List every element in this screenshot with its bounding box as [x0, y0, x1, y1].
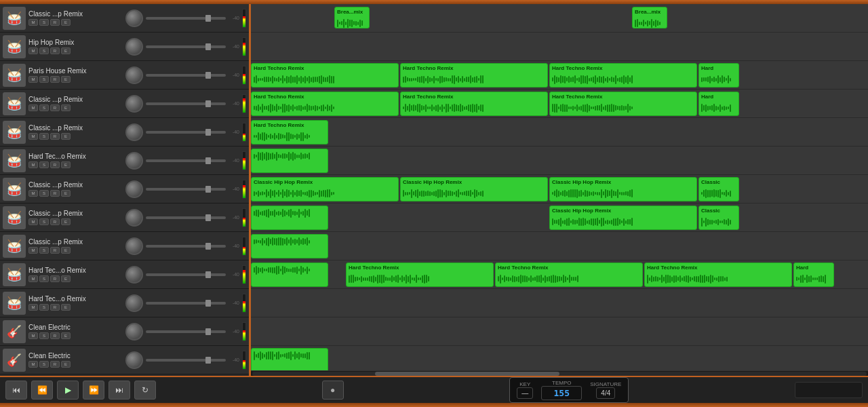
track-mute-9[interactable]: M — [28, 247, 38, 254]
clip-4-4[interactable]: Hard — [698, 92, 739, 116]
track-fader-5[interactable] — [146, 131, 226, 134]
track-pan-2[interactable] — [125, 38, 143, 56]
clip-3-2[interactable]: Hard Techno Remix — [400, 63, 548, 88]
track-fx-7[interactable]: E — [61, 190, 71, 197]
clip-4-2[interactable]: Hard Techno Remix — [400, 92, 548, 116]
track-pan-9[interactable] — [125, 237, 143, 255]
track-pan-6[interactable] — [125, 152, 143, 170]
record-button[interactable]: ● — [322, 381, 344, 400]
skip-button[interactable]: ⏭ — [108, 381, 130, 400]
clip-7-4[interactable]: Classic — [698, 177, 739, 201]
track-solo-4[interactable]: S — [39, 104, 49, 111]
track-solo-10[interactable]: S — [39, 275, 49, 282]
track-solo-6[interactable]: S — [39, 161, 49, 168]
track-fader-13[interactable] — [146, 359, 226, 362]
clip-3-1[interactable]: Hard Techno Remix — [251, 63, 399, 88]
track-pan-4[interactable] — [125, 95, 143, 113]
track-pan-12[interactable] — [125, 323, 143, 341]
track-mute-3[interactable]: M — [28, 76, 38, 83]
track-rec-8[interactable]: R — [50, 218, 60, 225]
track-fader-1[interactable] — [146, 17, 226, 20]
track-fader-4[interactable] — [146, 102, 226, 105]
rewind-button[interactable]: ⏮ — [5, 381, 27, 400]
clip-10-5[interactable]: Hard — [793, 263, 834, 287]
clip-8-2[interactable]: Classic Hip Hop Remix — [549, 206, 697, 230]
clip-10-2[interactable]: Hard Techno Remix — [346, 263, 494, 287]
track-fader-10[interactable] — [146, 273, 226, 276]
track-pan-7[interactable] — [125, 180, 143, 198]
scrollbar-thumb[interactable] — [375, 372, 559, 376]
clip-7-1[interactable]: Classic Hip Hop Remix — [251, 177, 399, 201]
track-mute-12[interactable]: M — [28, 332, 38, 339]
track-fader-7[interactable] — [146, 188, 226, 191]
track-fader-3[interactable] — [146, 74, 226, 77]
clip-7-3[interactable]: Classic Hip Hop Remix — [549, 177, 697, 201]
track-solo-13[interactable]: S — [39, 361, 49, 368]
track-fader-11[interactable] — [146, 302, 226, 305]
clip-8-3[interactable]: Classic — [698, 206, 739, 230]
clip-6-1[interactable] — [251, 149, 328, 173]
track-fx-5[interactable]: E — [61, 133, 71, 140]
track-fader-12[interactable] — [146, 330, 226, 333]
clip-7-2[interactable]: Classic Hip Hop Remix — [400, 177, 548, 201]
track-fx-3[interactable]: E — [61, 76, 71, 83]
track-mute-13[interactable]: M — [28, 361, 38, 368]
clip-4-1[interactable]: Hard Techno Remix — [251, 92, 399, 116]
time-sig-value[interactable]: 4/4 — [596, 387, 615, 399]
track-fx-2[interactable]: E — [61, 47, 71, 54]
back-button[interactable]: ⏪ — [31, 381, 53, 400]
clip-3-4[interactable]: Hard — [698, 63, 739, 88]
key-value[interactable]: — — [517, 387, 533, 399]
tempo-value[interactable]: 155 — [541, 386, 582, 400]
track-rec-12[interactable]: R — [50, 332, 60, 339]
track-mute-5[interactable]: M — [28, 133, 38, 140]
track-rec-10[interactable]: R — [50, 275, 60, 282]
clip-1-1[interactable]: Brea...mix — [334, 7, 370, 28]
track-solo-5[interactable]: S — [39, 133, 49, 140]
track-mute-2[interactable]: M — [28, 47, 38, 54]
track-fx-1[interactable]: E — [61, 19, 71, 26]
track-mute-7[interactable]: M — [28, 190, 38, 197]
track-rec-5[interactable]: R — [50, 133, 60, 140]
clip-5-1[interactable]: Hard Techno Remix — [251, 120, 328, 144]
track-mute-10[interactable]: M — [28, 275, 38, 282]
track-mute-8[interactable]: M — [28, 218, 38, 225]
track-fx-10[interactable]: E — [61, 275, 71, 282]
track-fx-11[interactable]: E — [61, 304, 71, 311]
track-fader-8[interactable] — [146, 216, 226, 219]
track-fx-12[interactable]: E — [61, 332, 71, 339]
clip-10-3[interactable]: Hard Techno Remix — [495, 263, 643, 287]
track-pan-11[interactable] — [125, 294, 143, 312]
track-fader-6[interactable] — [146, 159, 226, 162]
track-mute-6[interactable]: M — [28, 161, 38, 168]
track-rec-13[interactable]: R — [50, 361, 60, 368]
clip-9-1[interactable] — [251, 234, 328, 258]
clip-8-1[interactable] — [251, 206, 328, 230]
clip-1-2[interactable]: Brea...mix — [632, 7, 667, 28]
horizontal-scrollbar[interactable] — [251, 370, 868, 376]
track-rec-6[interactable]: R — [50, 161, 60, 168]
track-rec-4[interactable]: R — [50, 104, 60, 111]
play-button[interactable]: ▶ — [57, 381, 79, 400]
clip-3-3[interactable]: Hard Techno Remix — [549, 63, 697, 88]
track-rec-2[interactable]: R — [50, 47, 60, 54]
track-pan-1[interactable] — [125, 9, 143, 27]
track-rec-11[interactable]: R — [50, 304, 60, 311]
track-solo-7[interactable]: S — [39, 190, 49, 197]
track-solo-1[interactable]: S — [39, 19, 49, 26]
clip-13-1[interactable] — [251, 348, 328, 372]
track-pan-13[interactable] — [125, 351, 143, 369]
track-fader-2[interactable] — [146, 45, 226, 48]
track-solo-3[interactable]: S — [39, 76, 49, 83]
track-fx-9[interactable]: E — [61, 247, 71, 254]
track-mute-1[interactable]: M — [28, 19, 38, 26]
clip-10-4[interactable]: Hard Techno Remix — [644, 263, 792, 287]
track-solo-2[interactable]: S — [39, 47, 49, 54]
track-solo-12[interactable]: S — [39, 332, 49, 339]
track-fx-8[interactable]: E — [61, 218, 71, 225]
track-solo-9[interactable]: S — [39, 247, 49, 254]
track-fx-4[interactable]: E — [61, 104, 71, 111]
track-pan-10[interactable] — [125, 266, 143, 284]
track-fx-6[interactable]: E — [61, 161, 71, 168]
track-mute-11[interactable]: M — [28, 304, 38, 311]
